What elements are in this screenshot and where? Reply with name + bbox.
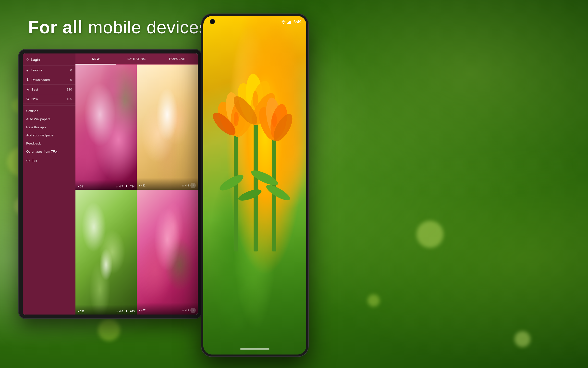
sidebar-exit[interactable]: ⏻ Exit xyxy=(23,157,75,165)
wallpaper-1-likes-group: ♥ 284 xyxy=(77,185,84,188)
wallpaper-1-downloads: 724 xyxy=(130,185,135,188)
download-button-2[interactable]: ⬇ xyxy=(190,183,196,188)
tab-by-rating[interactable]: BY RATING xyxy=(116,53,157,64)
sidebar-item-add-wallpaper[interactable]: Add your wallpaper xyxy=(23,131,75,139)
svg-point-5 xyxy=(237,187,263,203)
exit-label: Exit xyxy=(32,159,37,163)
tablet-screen: ⎆ Login ♥ Favorite 0 ⬇ Downloaded 0 ★ Be… xyxy=(23,53,198,315)
wallpaper-2-rating-group: ☆ 4.8 xyxy=(182,184,189,187)
sidebar-item-feedback[interactable]: Feedback xyxy=(23,139,75,147)
tab-new[interactable]: NEW xyxy=(75,53,116,64)
heart-icon-3: ♥ xyxy=(77,310,79,313)
wallpaper-grid: ♥ 284 ☆ 4.7 ⬇ 724 xyxy=(75,65,198,315)
wallpaper-item-3[interactable]: ♥ 351 ☆ 4.6 ⬇ 673 xyxy=(75,190,137,315)
wallpaper-1-rating: 4.7 xyxy=(119,185,123,188)
favorite-count: 0 xyxy=(70,68,72,72)
wallpaper-3-likes: 351 xyxy=(80,310,84,313)
feedback-label: Feedback xyxy=(26,142,41,145)
login-icon: ⎆ xyxy=(26,57,29,62)
sidebar-item-other-apps[interactable]: Other apps from 7Fon xyxy=(23,147,75,156)
signal-icon xyxy=(287,21,291,24)
bokeh-5 xyxy=(98,319,120,341)
wallpaper-3-rating-group: ☆ 4.6 xyxy=(116,310,123,313)
favorite-icon: ♥ xyxy=(26,68,28,72)
svg-point-22 xyxy=(253,91,258,108)
svg-rect-26 xyxy=(289,21,290,24)
wallpaper-4-rating-group: ☆ 4.9 xyxy=(182,309,189,312)
wallpaper-4-likes-group: ♥ 467 xyxy=(139,309,146,312)
flower-illustration xyxy=(208,36,301,256)
best-label: Best xyxy=(31,88,38,91)
sidebar-item-best[interactable]: ★ Best 110 xyxy=(23,85,75,94)
tab-bar: NEW BY RATING POPULAR xyxy=(75,53,198,65)
wallpaper-1-rating-group: ☆ 4.7 xyxy=(116,185,123,188)
download-icon: ⬇ xyxy=(26,78,29,82)
svg-rect-1 xyxy=(254,121,258,251)
heart-icon-2: ♥ xyxy=(139,184,140,187)
phone-device: 6:49 xyxy=(201,13,309,357)
wallpaper-4-stats: ♥ 467 ☆ 4.9 ⬇ xyxy=(137,303,198,315)
sidebar: ⎆ Login ♥ Favorite 0 ⬇ Downloaded 0 ★ Be… xyxy=(23,53,75,315)
login-label: Login xyxy=(31,57,40,62)
sidebar-item-downloaded[interactable]: ⬇ Downloaded 0 xyxy=(23,75,75,85)
wallpaper-3-downloads: 673 xyxy=(130,310,135,313)
bokeh-9 xyxy=(514,331,530,347)
other-apps-label: Other apps from 7Fon xyxy=(26,150,59,153)
tablet-device: ⎆ Login ♥ Favorite 0 ⬇ Downloaded 0 ★ Be… xyxy=(18,49,202,319)
status-icons: 6:49 xyxy=(281,20,301,24)
wallpaper-item-2[interactable]: ♥ 422 ☆ 4.8 ⬇ xyxy=(137,65,198,190)
add-wallpaper-label: Add your wallpaper xyxy=(26,133,55,137)
wallpaper-item-4[interactable]: ♥ 467 ☆ 4.9 ⬇ xyxy=(137,190,198,315)
tablet-side-button xyxy=(18,142,19,157)
wallpaper-3-rating: 4.6 xyxy=(119,310,123,313)
phone-status-bar: 6:49 xyxy=(203,16,306,28)
svg-rect-27 xyxy=(290,21,291,24)
sidebar-item-settings[interactable]: Settings xyxy=(23,107,75,115)
wallpaper-2-likes-group: ♥ 422 xyxy=(139,184,146,187)
wallpaper-1-likes: 284 xyxy=(80,185,84,188)
wifi-icon xyxy=(281,20,286,24)
headline-regular: mobile devices xyxy=(83,17,208,37)
headline: For all mobile devices xyxy=(28,17,208,37)
headline-bold: For all xyxy=(28,17,83,37)
phone-time: 6:49 xyxy=(294,20,301,24)
svg-rect-25 xyxy=(288,22,289,24)
bokeh-8 xyxy=(416,221,443,248)
best-count: 110 xyxy=(67,88,72,91)
download-button-4[interactable]: ⬇ xyxy=(190,308,196,313)
sidebar-item-new[interactable]: ⚙ New 105 xyxy=(23,94,75,104)
bokeh-7 xyxy=(368,294,380,307)
star-icon: ★ xyxy=(26,87,29,92)
star-rating-icon-3: ☆ xyxy=(116,310,119,313)
rate-this-app-label: Rate this app xyxy=(26,125,46,129)
wallpaper-2-stats: ♥ 422 ☆ 4.8 ⬇ xyxy=(137,178,198,190)
heart-icon-4: ♥ xyxy=(139,309,140,312)
star-rating-icon-4: ☆ xyxy=(182,309,184,312)
phone-screen: 6:49 xyxy=(203,16,306,355)
star-rating-icon-2: ☆ xyxy=(182,184,184,187)
wallpaper-item-1[interactable]: ♥ 284 ☆ 4.7 ⬇ 724 xyxy=(75,65,137,190)
svg-point-6 xyxy=(264,182,292,203)
star-rating-icon: ☆ xyxy=(116,185,119,188)
svg-point-21 xyxy=(234,112,239,126)
main-content: NEW BY RATING POPULAR ♥ 284 xyxy=(75,53,198,315)
new-label: New xyxy=(31,97,38,101)
settings-label: Settings xyxy=(26,109,38,113)
sidebar-item-auto-wallpapers[interactable]: Auto Wallpapers xyxy=(23,115,75,123)
sidebar-login[interactable]: ⎆ Login xyxy=(23,53,75,66)
wallpaper-2-rating: 4.8 xyxy=(185,184,189,187)
tab-popular[interactable]: POPULAR xyxy=(157,53,198,64)
svg-point-23 xyxy=(272,113,277,127)
sidebar-item-rate-this-app[interactable]: Rate this app xyxy=(23,123,75,131)
svg-rect-24 xyxy=(287,23,288,24)
downloaded-count: 0 xyxy=(70,78,72,82)
wallpaper-1-stats: ♥ 284 ☆ 4.7 ⬇ 724 xyxy=(75,180,137,190)
home-indicator xyxy=(240,348,270,350)
camera-hole xyxy=(210,19,215,24)
svg-rect-0 xyxy=(234,134,238,251)
sidebar-item-favorite[interactable]: ♥ Favorite 0 xyxy=(23,66,75,75)
wallpaper-4-likes: 467 xyxy=(141,309,146,312)
downloaded-label: Downloaded xyxy=(31,78,50,82)
wallpaper-3-stats: ♥ 351 ☆ 4.6 ⬇ 673 xyxy=(75,305,137,315)
sidebar-divider xyxy=(23,105,75,105)
